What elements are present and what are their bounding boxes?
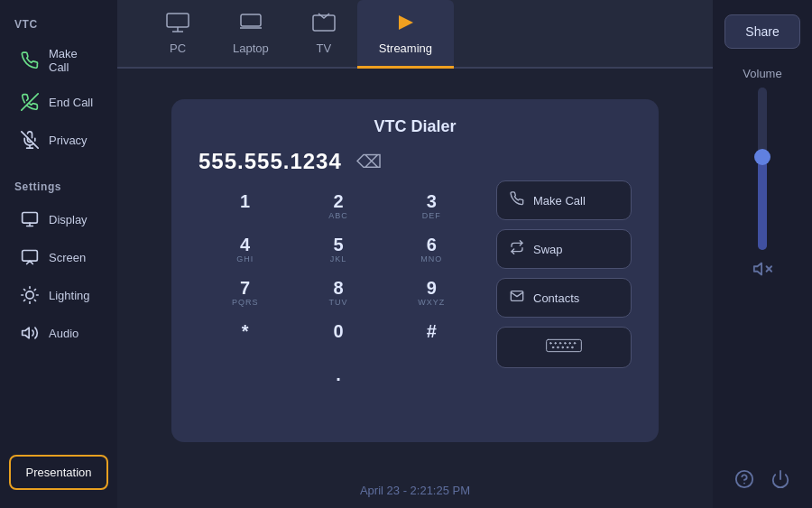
svg-rect-17: [167, 14, 189, 27]
svg-rect-3: [23, 213, 38, 224]
tab-laptop-label: Laptop: [233, 42, 269, 55]
key-9-sub: WXYZ: [418, 297, 445, 308]
dialer-content: 555.555.1234 ⌫ 1 2 ABC 3: [198, 149, 632, 400]
contacts-btn-icon: [510, 289, 524, 307]
make-call-label: Make Call: [49, 47, 97, 74]
tab-tv[interactable]: TV: [291, 0, 357, 69]
volume-track[interactable]: [758, 88, 767, 250]
key-2-sub: ABC: [328, 210, 348, 221]
dialer-right: Make Call Swap: [496, 149, 632, 400]
key-dot[interactable]: .: [291, 360, 384, 400]
svg-point-35: [572, 346, 574, 348]
sidebar-item-display[interactable]: Display: [5, 200, 112, 238]
audio-label: Audio: [49, 327, 78, 340]
tab-streaming-label: Streaming: [379, 42, 432, 55]
sidebar-item-lighting[interactable]: Lighting: [5, 276, 112, 314]
svg-marker-22: [399, 15, 413, 30]
svg-point-32: [558, 346, 559, 348]
sidebar: VTC Make Call End Call Privacy: [0, 0, 117, 508]
right-panel: Share Volume: [713, 0, 812, 508]
svg-point-26: [555, 343, 557, 345]
key-3[interactable]: 3 DEF: [385, 187, 478, 226]
help-button[interactable]: [734, 469, 754, 494]
svg-point-34: [567, 346, 568, 348]
footer-bar: April 23 - 2:21:25 PM: [117, 473, 713, 508]
audio-icon: [20, 323, 40, 343]
key-7-num: 7: [240, 279, 250, 297]
key-2[interactable]: 2 ABC: [291, 187, 384, 226]
keyboard-btn-icon: [546, 337, 582, 357]
make-call-btn-icon: [510, 191, 524, 209]
dialer-title: VTC Dialer: [198, 117, 632, 136]
svg-marker-36: [754, 263, 761, 275]
key-1[interactable]: 1: [198, 187, 291, 226]
key-hash-num: #: [427, 322, 437, 340]
share-button[interactable]: Share: [724, 14, 799, 49]
key-5[interactable]: 5 JKL: [291, 230, 384, 270]
volume-thumb[interactable]: [754, 149, 770, 165]
tab-streaming[interactable]: Streaming: [357, 0, 454, 69]
presentation-button[interactable]: Presentation: [9, 455, 108, 490]
volume-label: Volume: [743, 67, 781, 80]
key-dot-num: .: [336, 365, 341, 383]
key-6[interactable]: 6 MNO: [385, 230, 478, 270]
vtc-section-label: VTC: [0, 18, 117, 38]
right-bottom-icons: [734, 469, 790, 494]
end-call-label: End Call: [49, 96, 93, 109]
svg-rect-23: [547, 339, 582, 351]
keyboard-button[interactable]: [496, 327, 632, 368]
key-2-num: 2: [333, 192, 343, 210]
svg-line-11: [34, 300, 35, 300]
svg-point-7: [26, 291, 33, 299]
tab-pc-label: PC: [170, 42, 186, 55]
key-5-num: 5: [333, 236, 343, 254]
dialer-panel: VTC Dialer 555.555.1234 ⌫ 1 2: [171, 99, 659, 442]
backspace-button[interactable]: ⌫: [351, 149, 387, 174]
tab-tv-label: TV: [316, 42, 331, 55]
screen-label: Screen: [49, 251, 86, 264]
svg-line-15: [34, 290, 35, 291]
display-label: Display: [49, 213, 88, 226]
svg-point-29: [569, 343, 571, 345]
privacy-icon: [20, 130, 40, 150]
make-call-button[interactable]: Make Call: [496, 180, 632, 220]
key-7[interactable]: 7 PQRS: [198, 273, 291, 313]
key-0-num: 0: [333, 322, 343, 340]
svg-point-31: [552, 346, 554, 348]
tab-laptop[interactable]: Laptop: [211, 0, 291, 69]
key-3-num: 3: [427, 192, 437, 210]
lighting-icon: [20, 285, 40, 305]
tabs-bar: PC Laptop TV: [117, 0, 713, 69]
sidebar-item-privacy[interactable]: Privacy: [5, 121, 112, 159]
keypad: 1 2 ABC 3 DEF 4 GHI: [198, 187, 478, 400]
contacts-button[interactable]: Contacts: [496, 278, 632, 318]
swap-button[interactable]: Swap: [496, 229, 632, 269]
key-9[interactable]: 9 WXYZ: [385, 273, 478, 313]
key-4[interactable]: 4 GHI: [198, 230, 291, 270]
sidebar-item-make-call[interactable]: Make Call: [5, 38, 112, 83]
streaming-tab-icon: [393, 13, 417, 37]
key-hash[interactable]: #: [385, 317, 478, 356]
svg-point-25: [550, 343, 552, 345]
sidebar-item-screen[interactable]: Screen: [5, 238, 112, 276]
svg-point-27: [559, 343, 561, 345]
key-8-num: 8: [333, 279, 343, 297]
key-blank-right: [385, 360, 478, 400]
main-content: PC Laptop TV: [117, 0, 713, 508]
sidebar-item-end-call[interactable]: End Call: [5, 83, 112, 121]
power-button[interactable]: [770, 469, 790, 494]
key-8[interactable]: 8 TUV: [291, 273, 384, 313]
laptop-tab-icon: [239, 13, 263, 37]
tab-pc[interactable]: PC: [144, 0, 211, 69]
tv-tab-icon: [312, 13, 336, 37]
settings-section-label: Settings: [0, 180, 117, 200]
sidebar-item-audio[interactable]: Audio: [5, 314, 112, 352]
key-star[interactable]: *: [198, 317, 291, 356]
key-0[interactable]: 0: [291, 317, 384, 356]
swap-btn-label: Swap: [533, 243, 563, 256]
svg-point-30: [574, 343, 576, 345]
number-display: 555.555.1234 ⌫: [198, 149, 478, 174]
key-3-sub: DEF: [422, 210, 441, 221]
svg-rect-20: [241, 14, 261, 26]
pc-tab-icon: [166, 13, 189, 37]
